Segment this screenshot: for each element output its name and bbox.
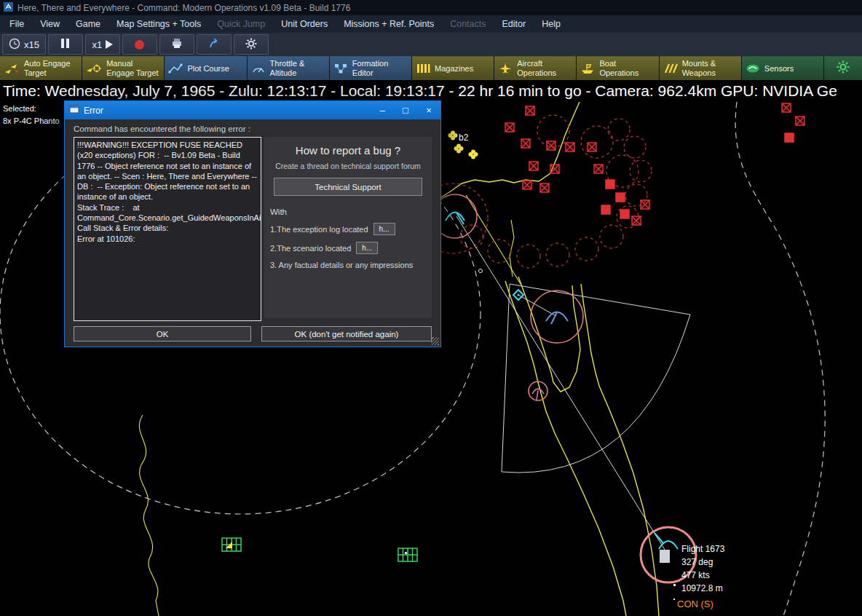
- resize-grip[interactable]: [431, 337, 439, 345]
- waypoint-dot: [479, 269, 483, 273]
- compass-route-icon: [168, 63, 183, 74]
- ok-button[interactable]: OK: [74, 326, 251, 341]
- pause-button[interactable]: [48, 34, 83, 55]
- datalink-line: [518, 295, 555, 315]
- window-titlebar: Here, There and Everywhere - Command: Mo…: [0, 0, 862, 15]
- bug-report-title: How to report a bug ?: [270, 144, 426, 157]
- flight-name-label: Flight 1673: [681, 544, 725, 554]
- mounts-icon: [663, 63, 678, 74]
- b2-label: b2: [459, 133, 469, 143]
- error-window-icon: [69, 104, 79, 117]
- flight-status-label: CON (S): [677, 599, 713, 609]
- menu-unit-orders[interactable]: Unit Orders: [273, 15, 336, 33]
- auto-engage-target-button[interactable]: Auto EngageTarget: [0, 56, 82, 80]
- record-button[interactable]: [122, 34, 157, 55]
- error-details-textbox[interactable]: !!!WARNING!!! EXCEPTION FUSE REACHED (x2…: [74, 137, 261, 321]
- menu-help[interactable]: Help: [534, 15, 569, 33]
- throttle-altitude-button[interactable]: Throttle &Altitude: [248, 56, 329, 80]
- sensor-arc-wedge: [502, 284, 690, 473]
- printer-icon: [170, 38, 183, 51]
- step-label: x1: [92, 39, 103, 50]
- gear-icon: [837, 60, 850, 76]
- print-button[interactable]: [159, 34, 194, 55]
- flight-1673-unit[interactable]: Flight 1673 327 deg 477 kts 10972.8 m CO…: [641, 527, 725, 609]
- menu-bar: File View Game Map Settings + Tools Quic…: [0, 15, 862, 33]
- contact-diamond[interactable]: [513, 290, 523, 300]
- flight-heading-label: 327 deg: [681, 557, 713, 567]
- aircraft-icon: [498, 63, 513, 74]
- ok-dont-notify-button[interactable]: OK (don't get notified again): [261, 326, 432, 341]
- menu-map-settings-tools[interactable]: Map Settings + Tools: [108, 15, 209, 33]
- aircraft-operations-button[interactable]: AircraftOperations: [494, 56, 576, 80]
- menu-view[interactable]: View: [32, 15, 68, 33]
- mounts-weapons-button[interactable]: Mounts &Weapons: [660, 56, 741, 80]
- surface-unit[interactable]: [529, 382, 547, 400]
- dialog-title: Error: [84, 106, 103, 116]
- menu-contacts: Contacts: [442, 15, 494, 33]
- step-play-button[interactable]: x1: [85, 34, 120, 55]
- selected-unit-info: Selected: 8x P-4C Phanto: [3, 103, 60, 127]
- play-icon: [106, 40, 113, 49]
- airfield-2[interactable]: [398, 548, 417, 561]
- menu-quick-jump: Quick Jump: [209, 15, 273, 33]
- time-toolbar: x15 x1: [0, 33, 862, 56]
- jets-icon: [4, 62, 20, 75]
- error-message-label: Command has encountered the following er…: [74, 125, 250, 133]
- exception-log-button[interactable]: h...: [373, 223, 395, 235]
- time-compression-label: x15: [24, 39, 39, 50]
- formation-icon: [333, 63, 348, 74]
- step3-label: 3. Any factual details or any impression…: [270, 261, 413, 269]
- error-dialog-titlebar[interactable]: Error – □ ×: [65, 101, 440, 119]
- time-status-text: Time: Wednesday, July 7, 1965 - Zulu: 12…: [3, 82, 837, 100]
- formation-editor-button[interactable]: FormationEditor: [330, 56, 411, 80]
- step1-label: 1.The exception log located: [270, 225, 368, 234]
- bug-report-panel: How to report a bug ? Create a thread on…: [264, 137, 432, 318]
- hostile-units[interactable]: [505, 103, 804, 225]
- sensor-icon: [746, 63, 760, 74]
- menu-missions-ref-points[interactable]: Missions + Ref. Points: [336, 15, 442, 33]
- technical-support-button[interactable]: Technical Support: [274, 178, 422, 196]
- plot-course-button[interactable]: Plot Course: [165, 56, 246, 80]
- time-status-bar: Time: Wednesday, July 7, 1965 - Zulu: 12…: [0, 80, 862, 102]
- jet-target-icon: [86, 62, 102, 75]
- action-ribbon: Auto EngageTarget ManualEngage Target Pl…: [0, 56, 862, 80]
- jump-arrow-icon: [208, 38, 220, 52]
- flight-altitude-label: 10972.8 m: [681, 583, 723, 593]
- with-label: With: [270, 208, 426, 216]
- manual-engage-target-button[interactable]: ManualEngage Target: [82, 56, 164, 80]
- sensors-button[interactable]: Sensors: [742, 56, 823, 80]
- selected-value: 8x P-4C Phanto: [3, 115, 60, 127]
- boat-icon: [580, 63, 595, 74]
- magazine-bars-icon: [416, 63, 430, 74]
- pause-icon: [60, 39, 71, 50]
- settings-button[interactable]: [234, 34, 269, 55]
- record-icon: [135, 40, 144, 50]
- gauge-icon: [251, 63, 266, 74]
- step2-label: 2.The scenario located: [270, 244, 351, 253]
- gear-icon: [245, 38, 257, 52]
- friendly-base-cluster[interactable]: b2: [448, 131, 478, 159]
- maximize-button[interactable]: □: [394, 101, 417, 119]
- boat-operations-button[interactable]: BoatOperations: [577, 56, 658, 80]
- minimize-button[interactable]: –: [371, 101, 394, 119]
- menu-file[interactable]: File: [1, 15, 32, 33]
- selected-label: Selected:: [3, 103, 60, 115]
- app-icon: [4, 1, 13, 15]
- menu-game[interactable]: Game: [68, 15, 108, 33]
- flight-path-line: [456, 216, 666, 552]
- ribbon-settings-button[interactable]: [824, 56, 862, 80]
- scenario-file-button[interactable]: h...: [356, 242, 378, 254]
- clock-icon: [9, 38, 20, 52]
- airfield-1[interactable]: [222, 538, 241, 551]
- flight-speed-label: 477 kts: [681, 570, 710, 580]
- magazines-button[interactable]: Magazines: [412, 56, 494, 80]
- close-button[interactable]: ×: [417, 101, 440, 119]
- quick-jump-button[interactable]: [197, 34, 232, 55]
- error-dialog: Error – □ × Command has encountered the …: [64, 100, 441, 347]
- menu-editor[interactable]: Editor: [494, 15, 534, 33]
- range-ring-east: [735, 102, 825, 616]
- time-compression-button[interactable]: x15: [2, 34, 46, 55]
- window-title: Here, There and Everywhere - Command: Mo…: [17, 3, 350, 13]
- bug-report-subtitle: Create a thread on technical support for…: [270, 162, 426, 170]
